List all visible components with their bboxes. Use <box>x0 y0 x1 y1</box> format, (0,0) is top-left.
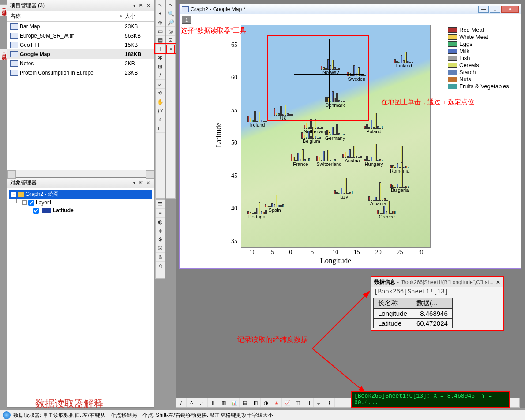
tool-button[interactable]: ⟲ <box>156 89 165 98</box>
tool-button[interactable]: 🔺 <box>271 398 282 407</box>
tool-button[interactable]: ◑ <box>261 398 271 407</box>
country-bars[interactable]: Greece <box>377 192 397 219</box>
tool-button[interactable]: ◐ <box>156 218 165 226</box>
minimize-button[interactable]: — <box>478 6 489 13</box>
country-bars[interactable]: Spain <box>265 185 285 213</box>
tool-button[interactable]: ≡ <box>156 209 165 218</box>
data-info-table: 长名称 数据(... Longitude8.468946Latitude60.4… <box>373 298 453 328</box>
tool-button[interactable]: ƒx <box>156 106 165 115</box>
y-tick: 50 <box>231 139 237 146</box>
status-bar: 数据读取器: 单击读取数据值. 左/右键从一个点移到另一个点. Shift-左/… <box>0 410 525 420</box>
layer-tab[interactable]: 1 <box>182 16 191 24</box>
tool-button[interactable]: ⚙ <box>156 235 165 244</box>
leaf-checkbox[interactable] <box>33 208 39 214</box>
tool-button[interactable]: ⎙ <box>156 262 165 270</box>
tool-button[interactable]: ◧ <box>250 398 261 407</box>
country-bars[interactable]: Austria <box>342 136 362 163</box>
country-bars[interactable]: Hungary <box>364 139 384 167</box>
country-bars[interactable]: Italy <box>334 172 354 199</box>
annotation-tool-highlight <box>154 43 176 54</box>
tool-button[interactable]: 📈 <box>282 398 292 407</box>
pin-icon[interactable]: ⇱ <box>138 3 144 9</box>
country-bars[interactable]: France <box>291 139 311 167</box>
country-bars[interactable]: Finland <box>394 41 414 68</box>
dropdown-icon[interactable]: ▾ <box>131 180 137 186</box>
file-icon <box>10 42 18 48</box>
country-bars[interactable]: Ireland <box>248 100 267 128</box>
tool-button[interactable]: ↖ <box>166 0 175 9</box>
tool-button[interactable]: ◎ <box>166 27 175 36</box>
project-item[interactable]: Google Map182KB <box>8 49 154 59</box>
tool-button[interactable]: 🔍 <box>166 9 175 18</box>
file-icon <box>10 33 18 39</box>
layer-checkbox[interactable] <box>28 200 34 206</box>
project-item[interactable]: Europe_50M_SR_W.tif563KB <box>8 31 154 40</box>
h-scrollbar[interactable] <box>8 170 154 177</box>
tree-root[interactable]: − Graph2 - 绘图 <box>9 190 152 199</box>
tool-button[interactable]: ⫛ <box>156 124 165 133</box>
sort-icon[interactable]: ▴ <box>120 12 125 20</box>
close-icon[interactable]: ✕ <box>145 180 151 186</box>
maximize-button[interactable]: □ <box>490 6 500 13</box>
legend-item: Fish <box>448 55 514 61</box>
tool-button[interactable]: ⋰ <box>197 398 208 407</box>
tool-button[interactable]: ⎆ <box>156 226 165 235</box>
tool-button[interactable]: 🖶 <box>156 253 165 262</box>
close-icon[interactable]: ✕ <box>496 279 500 285</box>
annotation-click-text: 在地图上单击，通过 + 选定点位 <box>381 98 474 106</box>
tool-button[interactable]: ✋ <box>156 98 165 106</box>
y-tick: 35 <box>231 238 237 245</box>
tool-button[interactable]: ▭ <box>156 27 165 36</box>
tool-button[interactable]: / <box>176 398 187 407</box>
graph-titlebar[interactable]: Graph2 - Google Map * — □ ✕ <box>180 4 521 14</box>
tool-button[interactable]: ⊞ <box>156 62 165 71</box>
tree-leaf[interactable]: Latitude <box>25 206 152 214</box>
collapse-icon[interactable]: − <box>11 192 16 197</box>
tool-button[interactable]: ⫿ <box>208 398 218 407</box>
tool-button[interactable]: ↙ <box>156 80 165 89</box>
coord-readout: [Book266]Sheet1!C[13]: X = 8.468946, Y =… <box>351 391 510 408</box>
col-size[interactable]: 大小 <box>125 12 151 20</box>
tool-button[interactable]: ⊕ <box>156 18 165 27</box>
project-item[interactable]: Protein Consumption in Europe23KB <box>8 68 154 77</box>
tool-button[interactable]: ▤ <box>240 398 250 407</box>
tool-button[interactable]: ⏚ <box>314 398 324 407</box>
data-info-window[interactable]: 数据信息 - [Book266]Sheet1!(B"Longitude",C"L… <box>371 276 504 331</box>
project-item[interactable]: Bar Map23KB <box>8 22 154 31</box>
legend-item: Fruits & Vegetables <box>448 83 514 90</box>
tool-button[interactable]: + <box>156 9 165 18</box>
country-bars[interactable]: Portugal <box>248 192 267 219</box>
country-bars[interactable]: Switzerland <box>316 139 341 167</box>
col-name[interactable]: 名称 <box>10 12 120 20</box>
x-tick: 20 <box>375 249 382 256</box>
dropdown-icon[interactable]: ▾ <box>131 3 137 9</box>
country-bars[interactable]: Bulgaria <box>390 165 410 193</box>
close-icon[interactable]: ✕ <box>145 3 151 9</box>
tool-button[interactable]: / <box>156 71 165 80</box>
tool-button[interactable]: ⫽ <box>156 115 165 124</box>
tree-layer[interactable]: − Layer1 <box>15 199 152 206</box>
project-item[interactable]: GeoTIFF15KB <box>8 40 154 49</box>
tool-button[interactable]: ✱ <box>156 53 165 62</box>
legend-item: Starch <box>448 69 514 75</box>
tool-button[interactable]: ▥ <box>218 398 229 407</box>
x-tick: 10 <box>332 249 338 256</box>
file-icon <box>10 23 18 30</box>
x-tick: 0 <box>289 249 292 256</box>
collapse-icon[interactable]: − <box>22 200 27 205</box>
tool-button[interactable]: 📊 <box>229 398 240 407</box>
tool-button[interactable]: ⌇ <box>324 398 335 407</box>
tool-button[interactable]: ∴ <box>187 398 197 407</box>
tool-button[interactable]: ⦿ <box>156 244 165 253</box>
legend: Red MeatWhite MeatEggsMilkFishCerealsSta… <box>446 25 516 91</box>
globe-icon[interactable] <box>3 411 11 419</box>
tool-button[interactable]: ||| <box>303 398 314 407</box>
project-item[interactable]: Notes2KB <box>8 59 154 68</box>
close-button[interactable]: ✕ <box>501 6 519 13</box>
tool-button[interactable]: ☰ <box>156 200 165 209</box>
file-icon <box>10 70 18 76</box>
tool-button[interactable]: ◫ <box>292 398 303 407</box>
pin-icon[interactable]: ⇱ <box>138 180 144 186</box>
tool-button[interactable]: 🔎 <box>166 18 175 27</box>
tool-button[interactable]: ↖ <box>156 0 165 9</box>
